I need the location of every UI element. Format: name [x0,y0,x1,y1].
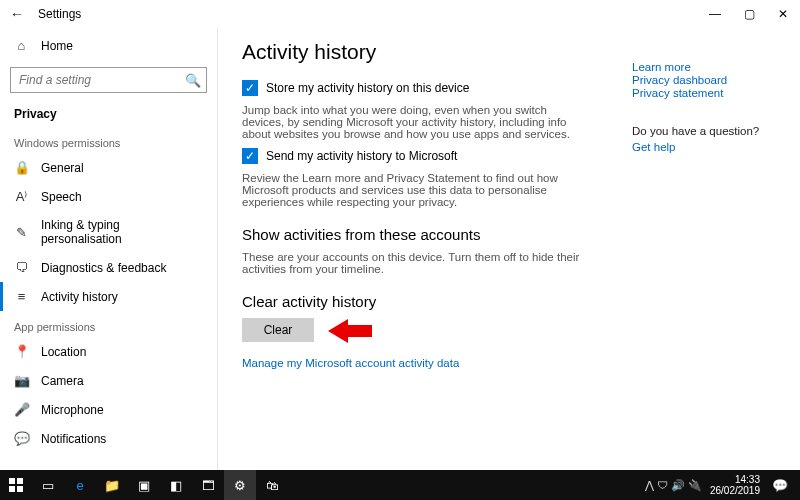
sidebar-item-label: Location [41,345,86,359]
start-button[interactable] [0,470,32,500]
speech-icon: A⁾ [14,189,29,204]
send-activity-description: Review the Learn more and Privacy Statem… [242,172,582,208]
sidebar-item-general[interactable]: 🔒 General [0,153,217,182]
sidebar-item-label: Camera [41,374,84,388]
sidebar-item-activity-history[interactable]: ≡ Activity history [0,282,217,311]
svg-rect-3 [17,486,23,492]
camera-icon: 📷 [14,373,29,388]
search-icon: 🔍 [185,73,200,88]
clear-button[interactable]: Clear [242,318,314,342]
cmd-button[interactable]: ▣ [128,470,160,500]
checkbox-icon: ✓ [242,80,258,96]
question-label: Do you have a question? [632,125,782,137]
sidebar-item-label: Inking & typing personalisation [41,218,203,246]
sidebar-item-label: Microphone [41,403,104,417]
privacy-label: Privacy [0,101,217,127]
activity-icon: ≡ [14,289,29,304]
taskbar-time: 14:33 [710,474,760,485]
search-box[interactable]: 🔍 [10,67,207,93]
store-button[interactable]: 🛍 [256,470,288,500]
app-permissions-header: App permissions [0,311,217,337]
titlebar: ← Settings — ▢ ✕ [0,0,800,28]
location-icon: 📍 [14,344,29,359]
app-button-2[interactable]: 🗔 [192,470,224,500]
window-title: Settings [38,7,81,21]
sidebar-item-diagnostics[interactable]: 🗨 Diagnostics & feedback [0,253,217,282]
search-input[interactable] [17,72,185,88]
mic-icon: 🎤 [14,402,29,417]
edge-button[interactable]: e [64,470,96,500]
sidebar-item-label: Activity history [41,290,118,304]
close-button[interactable]: ✕ [766,0,800,28]
taskbar: ▭ e 📁 ▣ ◧ 🗔 ⚙ 🛍 ⋀🛡🔊🔌 14:33 26/02/2019 💬 [0,470,800,500]
checkbox-icon: ✓ [242,148,258,164]
taskbar-date: 26/02/2019 [710,485,760,496]
learn-more-link[interactable]: Learn more [632,61,782,73]
sidebar-item-inking[interactable]: ✎ Inking & typing personalisation [0,211,217,253]
get-help-link[interactable]: Get help [632,141,782,153]
system-tray[interactable]: ⋀🛡🔊🔌 [645,479,702,492]
home-label: Home [41,39,73,53]
svg-rect-0 [9,478,15,484]
sidebar-item-speech[interactable]: A⁾ Speech [0,182,217,211]
action-center-button[interactable]: 💬 [768,470,792,500]
notifications-icon: 💬 [14,431,29,446]
feedback-icon: 🗨 [14,260,29,275]
privacy-statement-link[interactable]: Privacy statement [632,87,782,99]
inking-icon: ✎ [14,225,29,240]
sidebar-item-microphone[interactable]: 🎤 Microphone [0,395,217,424]
sidebar-item-label: Diagnostics & feedback [41,261,166,275]
back-icon[interactable]: ← [10,6,24,22]
sidebar-item-camera[interactable]: 📷 Camera [0,366,217,395]
checkbox-label: Send my activity history to Microsoft [266,149,457,163]
clear-heading: Clear activity history [242,293,776,310]
home-icon: ⌂ [14,38,29,53]
svg-rect-2 [9,486,15,492]
taskview-button[interactable]: ▭ [32,470,64,500]
accounts-description: These are your accounts on this device. … [242,251,582,275]
right-column: Learn more Privacy dashboard Privacy sta… [632,60,782,153]
minimize-button[interactable]: — [698,0,732,28]
explorer-button[interactable]: 📁 [96,470,128,500]
settings-taskbar-button[interactable]: ⚙ [224,470,256,500]
svg-rect-1 [17,478,23,484]
sidebar-item-label: Speech [41,190,82,204]
home-nav[interactable]: ⌂ Home [0,32,217,59]
maximize-button[interactable]: ▢ [732,0,766,28]
windows-permissions-header: Windows permissions [0,127,217,153]
app-button[interactable]: ◧ [160,470,192,500]
accounts-heading: Show activities from these accounts [242,226,776,243]
checkbox-label: Store my activity history on this device [266,81,469,95]
lock-icon: 🔒 [14,160,29,175]
privacy-dashboard-link[interactable]: Privacy dashboard [632,74,782,86]
sidebar-item-label: Notifications [41,432,106,446]
manage-account-link[interactable]: Manage my Microsoft account activity dat… [242,357,459,369]
sidebar: ⌂ Home 🔍 Privacy Windows permissions 🔒 G… [0,28,218,470]
store-activity-description: Jump back into what you were doing, even… [242,104,582,140]
taskbar-clock[interactable]: 14:33 26/02/2019 [710,474,760,496]
sidebar-item-label: General [41,161,84,175]
sidebar-item-notifications[interactable]: 💬 Notifications [0,424,217,453]
sidebar-item-location[interactable]: 📍 Location [0,337,217,366]
red-arrow-annotation [328,320,372,340]
